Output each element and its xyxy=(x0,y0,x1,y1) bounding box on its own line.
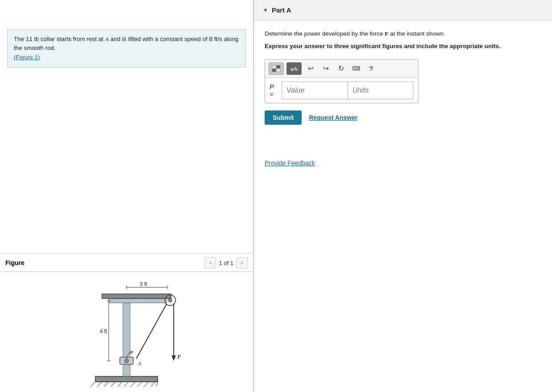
svg-line-8 xyxy=(131,382,135,386)
reset-button[interactable]: ↻ xyxy=(335,62,347,75)
units-input[interactable] xyxy=(348,82,413,99)
svg-rect-37 xyxy=(272,69,276,72)
figure-diagram: 3 ft F A θ xyxy=(51,276,202,388)
svg-line-7 xyxy=(124,382,129,386)
svg-text:F: F xyxy=(177,353,181,360)
figure-navigation: ‹ 1 of 1 › xyxy=(204,257,248,269)
figure-header: Figure ‹ 1 of 1 › xyxy=(0,253,253,271)
submit-button[interactable]: Submit xyxy=(265,110,302,125)
help-button[interactable]: ? xyxy=(365,62,377,75)
question-instruction: Express your answer to three significant… xyxy=(265,42,541,51)
matrix-button[interactable] xyxy=(269,62,284,75)
svg-line-3 xyxy=(98,382,102,386)
svg-line-11 xyxy=(151,382,155,386)
problem-text-1: The 11 lb collar starts from rest at xyxy=(14,36,105,42)
svg-text:4 ft: 4 ft xyxy=(100,328,107,335)
figure-image-area: 3 ft F A θ xyxy=(0,272,253,392)
svg-line-6 xyxy=(118,382,122,386)
figure-link[interactable]: (Figure 1) xyxy=(14,54,40,61)
mua-button[interactable]: μA xyxy=(286,62,302,75)
svg-rect-36 xyxy=(277,65,280,68)
problem-A: A xyxy=(105,36,109,42)
right-panel: ▼ Part A Determine the power developed b… xyxy=(254,0,552,392)
svg-point-28 xyxy=(124,359,129,363)
svg-line-9 xyxy=(138,382,142,386)
svg-line-10 xyxy=(144,382,149,386)
problem-statement: The 11 lb collar starts from rest at A a… xyxy=(7,29,246,68)
svg-rect-38 xyxy=(277,69,280,72)
request-answer-button[interactable]: Request Answer xyxy=(309,114,357,121)
matrix-icon xyxy=(272,65,281,72)
redo-button[interactable]: ↪ xyxy=(319,62,332,75)
figure-section: Figure ‹ 1 of 1 › xyxy=(0,253,253,392)
answer-toolbar: μA ↩ ↪ ↻ ⌨ ? xyxy=(265,60,418,78)
svg-line-2 xyxy=(91,382,95,386)
question-text: Determine the power developed by the for… xyxy=(265,29,541,38)
svg-rect-0 xyxy=(95,376,158,382)
value-input[interactable] xyxy=(282,82,348,99)
part-content: Determine the power developed by the for… xyxy=(254,20,552,176)
svg-rect-13 xyxy=(123,301,130,376)
part-collapse-arrow[interactable]: ▼ xyxy=(263,7,268,13)
left-panel: The 11 lb collar starts from rest at A a… xyxy=(0,0,254,392)
mua-icon: μA xyxy=(291,66,297,71)
svg-marker-25 xyxy=(172,355,176,361)
svg-text:3 ft: 3 ft xyxy=(140,281,147,287)
svg-rect-15 xyxy=(102,294,171,298)
p-label: P = xyxy=(270,83,278,98)
answer-actions: Submit Request Answer xyxy=(265,110,541,125)
svg-line-4 xyxy=(104,382,109,386)
part-title: Part A xyxy=(272,6,291,14)
answer-box: μA ↩ ↪ ↻ ⌨ ? P = xyxy=(265,59,418,103)
svg-text:θ: θ xyxy=(130,350,133,355)
part-header: ▼ Part A xyxy=(254,0,552,20)
figure-title: Figure xyxy=(5,259,25,266)
provide-feedback-button[interactable]: Provide Feedback xyxy=(265,159,315,167)
svg-line-5 xyxy=(111,382,115,386)
svg-point-21 xyxy=(168,298,172,302)
figure-prev-button[interactable]: ‹ xyxy=(204,257,216,269)
svg-text:A: A xyxy=(137,360,141,367)
keyboard-button[interactable]: ⌨ xyxy=(350,62,362,75)
svg-line-22 xyxy=(136,304,167,359)
figure-nav-text: 1 of 1 xyxy=(219,260,233,266)
undo-button[interactable]: ↩ xyxy=(304,62,317,75)
svg-rect-35 xyxy=(272,65,276,68)
figure-next-button[interactable]: › xyxy=(236,257,248,269)
svg-line-12 xyxy=(156,382,158,386)
answer-inputs: P = xyxy=(265,78,418,103)
